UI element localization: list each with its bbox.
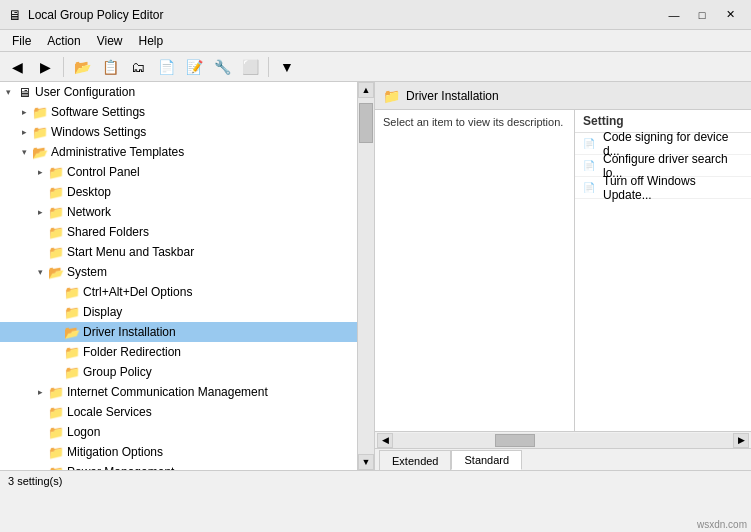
tree-label-mitigation-options: Mitigation Options: [67, 445, 163, 459]
expander-admin-templates[interactable]: ▾: [16, 144, 32, 160]
hscroll-track[interactable]: [393, 433, 733, 448]
menu-bar: FileActionViewHelp: [0, 30, 751, 52]
setting-icon-2: 📄: [581, 180, 597, 196]
forward-button[interactable]: ▶: [32, 55, 58, 79]
toolbar-btn-6[interactable]: ⬜: [237, 55, 263, 79]
tree-node-windows-settings[interactable]: ▸📁Windows Settings: [0, 122, 357, 142]
app-icon: 🖥: [8, 7, 22, 23]
node-icon-desktop: 📁: [48, 184, 64, 200]
toolbar: ◀▶📂📋🗂📄📝🔧⬜▼: [0, 52, 751, 82]
tree-node-ctrl-alt-del[interactable]: 📁Ctrl+Alt+Del Options: [0, 282, 357, 302]
node-icon-start-menu: 📁: [48, 244, 64, 260]
tree-node-folder-redirection[interactable]: 📁Folder Redirection: [0, 342, 357, 362]
toolbar-btn-4[interactable]: 📝: [181, 55, 207, 79]
tree-vscrollbar[interactable]: ▲ ▼: [357, 82, 374, 470]
node-icon-ctrl-alt-del: 📁: [64, 284, 80, 300]
hscroll-right-btn[interactable]: ▶: [733, 433, 749, 448]
vscroll-down-btn[interactable]: ▼: [358, 454, 374, 470]
right-hscrollbar[interactable]: ◀ ▶: [375, 431, 751, 448]
setting-row-2[interactable]: 📄Turn off Windows Update...: [575, 177, 751, 199]
right-panel: 📁 Driver Installation Select an item to …: [375, 82, 751, 470]
tree-node-network[interactable]: ▸📁Network: [0, 202, 357, 222]
tree-node-start-menu[interactable]: 📁Start Menu and Taskbar: [0, 242, 357, 262]
right-content: Select an item to view its description. …: [375, 110, 751, 431]
expander-internet-comm[interactable]: ▸: [32, 384, 48, 400]
expander-system[interactable]: ▾: [32, 264, 48, 280]
main-layout: ▾🖥User Configuration▸📁Software Settings▸…: [0, 82, 751, 470]
toolbar-btn-1[interactable]: 📋: [97, 55, 123, 79]
expander-software-settings[interactable]: ▸: [16, 104, 32, 120]
vscroll-up-btn[interactable]: ▲: [358, 82, 374, 98]
right-panel-header: 📁 Driver Installation: [375, 82, 751, 110]
tree-node-shared-folders[interactable]: 📁Shared Folders: [0, 222, 357, 242]
title-text: Local Group Policy Editor: [28, 8, 163, 22]
node-icon-folder-redirection: 📁: [64, 344, 80, 360]
tree-label-folder-redirection: Folder Redirection: [83, 345, 181, 359]
filter-button[interactable]: ▼: [274, 55, 300, 79]
right-header-icon: 📁: [383, 88, 400, 104]
tree-label-internet-comm: Internet Communication Management: [67, 385, 268, 399]
tree-node-software-settings[interactable]: ▸📁Software Settings: [0, 102, 357, 122]
setting-icon-0: 📄: [581, 136, 597, 152]
expander-control-panel[interactable]: ▸: [32, 164, 48, 180]
expander-user-config[interactable]: ▾: [0, 84, 16, 100]
watermark: wsxdn.com: [697, 519, 747, 530]
toolbar-btn-3[interactable]: 📄: [153, 55, 179, 79]
menu-item-view[interactable]: View: [89, 32, 131, 50]
vscroll-thumb[interactable]: [359, 103, 373, 143]
tree-node-control-panel[interactable]: ▸📁Control Panel: [0, 162, 357, 182]
toolbar-btn-5[interactable]: 🔧: [209, 55, 235, 79]
hscroll-left-btn[interactable]: ◀: [377, 433, 393, 448]
tree-container[interactable]: ▾🖥User Configuration▸📁Software Settings▸…: [0, 82, 357, 470]
tree-label-windows-settings: Windows Settings: [51, 125, 146, 139]
hscroll-thumb[interactable]: [495, 434, 535, 447]
tree-node-driver-installation[interactable]: 📂Driver Installation: [0, 322, 357, 342]
toolbar-btn-0[interactable]: 📂: [69, 55, 95, 79]
tree-label-group-policy: Group Policy: [83, 365, 152, 379]
status-bar: 3 setting(s): [0, 470, 751, 490]
node-icon-logon: 📁: [48, 424, 64, 440]
tree-node-display[interactable]: 📁Display: [0, 302, 357, 322]
menu-item-file[interactable]: File: [4, 32, 39, 50]
tree-node-system[interactable]: ▾📂System: [0, 262, 357, 282]
node-icon-power-management: 📁: [48, 464, 64, 470]
tree-node-logon[interactable]: 📁Logon: [0, 422, 357, 442]
tab-standard[interactable]: Standard: [451, 450, 522, 470]
tree-node-desktop[interactable]: 📁Desktop: [0, 182, 357, 202]
description-panel: Select an item to view its description.: [375, 110, 575, 431]
tree-node-group-policy[interactable]: 📁Group Policy: [0, 362, 357, 382]
tree-label-shared-folders: Shared Folders: [67, 225, 149, 239]
left-panel: ▾🖥User Configuration▸📁Software Settings▸…: [0, 82, 375, 470]
minimize-button[interactable]: —: [661, 5, 687, 25]
tree-node-locale-services[interactable]: 📁Locale Services: [0, 402, 357, 422]
node-icon-display: 📁: [64, 304, 80, 320]
menu-item-help[interactable]: Help: [131, 32, 172, 50]
tab-extended[interactable]: Extended: [379, 450, 451, 470]
tree-node-power-management[interactable]: 📁Power Management: [0, 462, 357, 470]
expander-windows-settings[interactable]: ▸: [16, 124, 32, 140]
tree-node-internet-comm[interactable]: ▸📁Internet Communication Management: [0, 382, 357, 402]
tree-node-user-config[interactable]: ▾🖥User Configuration: [0, 82, 357, 102]
tree-node-mitigation-options[interactable]: 📁Mitigation Options: [0, 442, 357, 462]
node-icon-mitigation-options: 📁: [48, 444, 64, 460]
node-icon-admin-templates: 📂: [32, 144, 48, 160]
node-icon-user-config: 🖥: [16, 84, 32, 100]
vscroll-track[interactable]: [358, 98, 374, 454]
menu-item-action[interactable]: Action: [39, 32, 88, 50]
toolbar-sep-1: [63, 57, 64, 77]
node-icon-shared-folders: 📁: [48, 224, 64, 240]
settings-panel[interactable]: Setting 📄Code signing for device d...📄Co…: [575, 110, 751, 431]
node-icon-group-policy: 📁: [64, 364, 80, 380]
toolbar-btn-2[interactable]: 🗂: [125, 55, 151, 79]
maximize-button[interactable]: □: [689, 5, 715, 25]
tree-node-admin-templates[interactable]: ▾📂Administrative Templates: [0, 142, 357, 162]
status-text: 3 setting(s): [8, 475, 62, 487]
node-icon-locale-services: 📁: [48, 404, 64, 420]
close-button[interactable]: ✕: [717, 5, 743, 25]
tree-label-power-management: Power Management: [67, 465, 174, 470]
expander-network[interactable]: ▸: [32, 204, 48, 220]
node-icon-system: 📂: [48, 264, 64, 280]
node-icon-internet-comm: 📁: [48, 384, 64, 400]
back-button[interactable]: ◀: [4, 55, 30, 79]
node-icon-driver-installation: 📂: [64, 324, 80, 340]
